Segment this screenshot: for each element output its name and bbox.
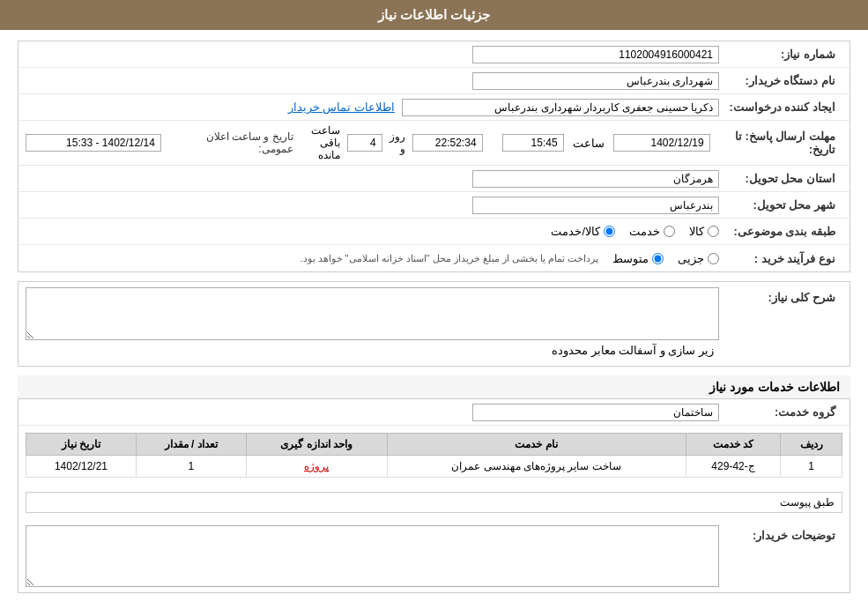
noe-farayand-value: جزیی متوسط پرداخت تمام یا بخشی از مبلغ خ…	[26, 252, 719, 265]
farayand-note: پرداخت تمام یا بخشی از مبلغ خریداز محل "…	[300, 253, 598, 264]
geroh-khadamat-label: گروه خدمت:	[719, 405, 842, 419]
col-nam: نام خدمت	[387, 434, 686, 456]
contact-info-link[interactable]: اطلاعات تماس خریدار	[288, 100, 395, 114]
eijad-konande-value: اطلاعات تماس خریدار	[26, 99, 719, 116]
table-row: 1 ج-42-429 ساخت سایر پروژه‌های مهندسی عم…	[26, 456, 842, 478]
shomare-niaz-row: شماره نیاز:	[19, 41, 849, 68]
eijad-konande-row: ایجاد کننده درخواست: اطلاعات تماس خریدار	[19, 94, 849, 121]
buyer-notes-content	[26, 525, 719, 587]
page-title: جزئیات اطلاعات نیاز	[378, 7, 490, 22]
footer-buttons: بازگشت چاپ	[18, 602, 850, 609]
mohlat-label: مهلت ارسال پاسخ: تا تاریخ:	[710, 130, 842, 156]
eijad-konande-label: ایجاد کننده درخواست:	[719, 100, 842, 114]
announce-label: تاریخ و ساعت اعلان عمومی:	[174, 130, 293, 155]
mohlat-value: ساعت روز و ساعت باقی مانده	[311, 124, 710, 161]
farayand-jazee[interactable]: جزیی	[678, 252, 719, 265]
shahr-input[interactable]	[472, 197, 719, 214]
sharh-label: شرح کلی نیاز:	[719, 287, 842, 304]
col-tarikh: تاریخ نیاز	[26, 434, 137, 456]
tabq-peivast-text: طبق پیوست	[780, 496, 835, 509]
geroh-khadamat-value	[26, 404, 719, 421]
noe-farayand-label: نوع فرآیند خرید :	[719, 252, 842, 265]
tabaqe-khadamat[interactable]: خدمت	[629, 225, 675, 238]
shahr-value	[26, 197, 719, 214]
geroh-khadamat-row: گروه خدمت:	[19, 399, 849, 426]
cell-nam: ساخت سایر پروژه‌های مهندسی عمران	[387, 456, 686, 478]
sharh-textarea[interactable]	[26, 287, 719, 340]
mohlat-time-label: ساعت	[573, 137, 605, 150]
ostan-row: استان محل تحویل:	[19, 166, 849, 192]
tabaqe-label: طبقه بندی موضوعی:	[719, 225, 842, 238]
announce-time-area: تاریخ و ساعت اعلان عمومی: 1402/12/14 - 1…	[26, 130, 311, 155]
main-content: شماره نیاز: نام دستگاه خریدار: ایجاد کنن…	[0, 30, 868, 609]
eijad-konande-input[interactable]	[402, 99, 719, 116]
nam-dastgah-row: نام دستگاه خریدار:	[19, 68, 849, 94]
cell-tarikh: 1402/12/21	[26, 456, 137, 478]
cell-kod: ج-42-429	[686, 456, 781, 478]
col-tedad: تعداد / مقدار	[136, 434, 246, 456]
tabq-peivast-area: طبق پیوست	[26, 492, 842, 513]
sharh-text: زیر سازی و آسفالت معابر محدوده	[26, 340, 719, 360]
services-table-container: ردیف کد خدمت نام خدمت واحد اندازه گیری ت…	[19, 426, 849, 485]
services-table: ردیف کد خدمت نام خدمت واحد اندازه گیری ت…	[26, 433, 842, 478]
cell-vahed: پروژه	[246, 456, 387, 478]
services-content: گروه خدمت: ردیف کد خدمت نام خدمت واحد ان…	[18, 399, 850, 593]
noe-farayand-row: نوع فرآیند خرید : جزیی متوسط پرداخت تمام…	[19, 245, 849, 271]
col-radif: ردیف	[781, 434, 842, 456]
mohlat-row: مهلت ارسال پاسخ: تا تاریخ: ساعت روز و سا…	[19, 121, 849, 166]
mohlat-datetime: ساعت روز و ساعت باقی مانده	[311, 124, 710, 161]
nam-dastgah-value	[26, 72, 719, 90]
shahr-label: شهر محل تحویل:	[719, 198, 842, 212]
mohlat-clock-input[interactable]	[412, 134, 483, 152]
cell-radif: 1	[781, 456, 842, 478]
buyer-notes-row: توضیحات خریدار:	[19, 520, 849, 592]
tabaqe-row: طبقه بندی موضوعی: کالا خدمت کالا/خدمت	[19, 219, 849, 245]
buyer-notes-textarea[interactable]	[26, 525, 719, 587]
cell-tedad: 1	[136, 456, 246, 478]
ostan-label: استان محل تحویل:	[719, 172, 842, 185]
page-wrapper: جزئیات اطلاعات نیاز شماره نیاز: نام دستگ…	[0, 0, 868, 609]
mohlat-remaining-suffix: ساعت باقی مانده	[311, 124, 340, 161]
farayand-motevaset[interactable]: متوسط	[612, 252, 664, 265]
shomare-niaz-input[interactable]	[472, 46, 719, 63]
tabaqe-options: کالا خدمت کالا/خدمت	[26, 225, 719, 238]
col-vahed: واحد اندازه گیری	[246, 434, 387, 456]
col-kod: کد خدمت	[686, 434, 781, 456]
shomare-niaz-value	[26, 46, 719, 63]
sharh-section: شرح کلی نیاز: زیر سازی و آسفالت معابر مح…	[18, 281, 850, 367]
info-section: شماره نیاز: نام دستگاه خریدار: ایجاد کنن…	[18, 41, 850, 272]
nam-dastgah-label: نام دستگاه خریدار:	[719, 74, 842, 87]
tabaqe-kala[interactable]: کالا	[689, 225, 719, 238]
shahr-row: شهر محل تحویل:	[19, 192, 849, 219]
mohlat-days-input[interactable]	[347, 134, 382, 152]
mohlat-date-input[interactable]	[613, 134, 710, 152]
services-section-title: اطلاعات خدمات مورد نیاز	[18, 375, 850, 399]
remaining-row: روز و ساعت باقی مانده	[311, 124, 483, 161]
nam-dastgah-input[interactable]	[472, 72, 719, 90]
shomare-niaz-label: شماره نیاز:	[719, 48, 842, 61]
tabaqe-kala-khadamat[interactable]: کالا/خدمت	[551, 225, 615, 238]
buyer-notes-label: توضیحات خریدار:	[719, 525, 842, 542]
ostan-value	[26, 170, 719, 188]
sharh-value-area: زیر سازی و آسفالت معابر محدوده	[26, 287, 719, 360]
mohlat-remaining-label: روز و	[389, 130, 405, 155]
geroh-khadamat-input[interactable]	[472, 404, 719, 421]
ostan-input[interactable]	[472, 170, 719, 188]
mohlat-time-input[interactable]	[502, 134, 564, 152]
announce-value: 1402/12/14 - 15:33	[26, 134, 161, 152]
page-header: جزئیات اطلاعات نیاز	[0, 0, 868, 30]
